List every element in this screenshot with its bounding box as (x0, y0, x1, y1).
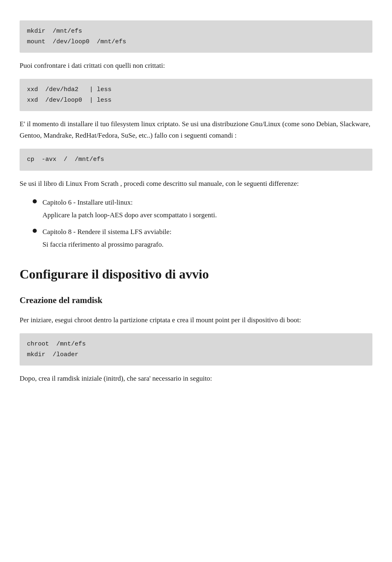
bullet-content-1: Capitolo 6 - Installare util-linux: Appl… (42, 197, 372, 221)
paragraph-dopo-ramdisk: Dopo, crea il ramdisk iniziale (initrd),… (20, 373, 372, 384)
bullet-sub-2: Si faccia riferimento al prossimo paragr… (42, 239, 372, 250)
list-item: Capitolo 6 - Installare util-linux: Appl… (33, 197, 372, 221)
code-block-chroot-mkdir: chroot /mnt/efs mkdir /loader (20, 333, 372, 366)
bullet-list-capitoli: Capitolo 6 - Installare util-linux: Appl… (33, 197, 372, 250)
paragraph-installare-filesystem: E' il momento di installare il tuo files… (20, 118, 372, 141)
bullet-content-2: Capitolo 8 - Rendere il sistema LFS avvi… (42, 226, 372, 250)
code-block-mkdir-mount: mkdir /mnt/efs mount /dev/loop0 /mnt/efs (20, 20, 372, 53)
bullet-title-1: Capitolo 6 - Installare util-linux: (42, 198, 133, 206)
bullet-dot-icon (33, 229, 37, 233)
paragraph-per-iniziare: Per iniziare, esegui chroot dentro la pa… (20, 314, 372, 326)
bullet-title-2: Capitolo 8 - Rendere il sistema LFS avvi… (42, 228, 172, 236)
sub-heading-ramdisk: Creazione del ramdisk (20, 294, 372, 308)
bullet-dot-icon (33, 199, 37, 203)
paragraph-linux-from-scrath: Se usi il libro di Linux From Scrath , p… (20, 178, 372, 190)
section-heading-configurare: Configurare il dispositivo di avvio (20, 266, 372, 282)
bullet-sub-1: Applicare la patch loop-AES dopo aver sc… (42, 210, 372, 221)
paragraph-confrontare: Puoi confrontare i dati crittati con que… (20, 60, 372, 71)
code-block-cp: cp -avx / /mnt/efs (20, 149, 372, 171)
list-item: Capitolo 8 - Rendere il sistema LFS avvi… (33, 226, 372, 250)
code-block-xxd: xxd /dev/hda2 | less xxd /dev/loop0 | le… (20, 79, 372, 111)
